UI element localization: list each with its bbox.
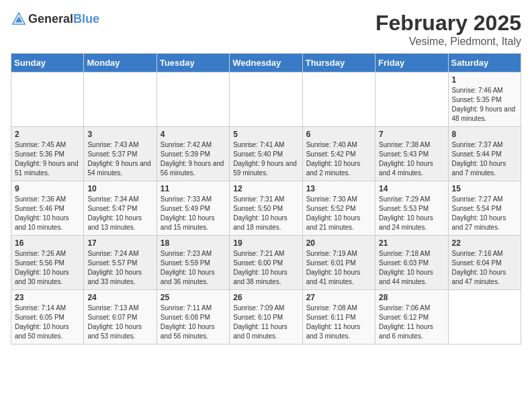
day-number: 6 (306, 130, 371, 139)
day-number: 26 (233, 293, 298, 302)
calendar-cell (375, 73, 448, 127)
header: GeneralBlue February 2025 Vesime, Piedmo… (11, 11, 521, 48)
day-number: 14 (379, 184, 444, 193)
calendar-cell (448, 290, 521, 345)
calendar-cell: 23Sunrise: 7:14 AM Sunset: 6:05 PM Dayli… (11, 290, 84, 345)
calendar-table: SundayMondayTuesdayWednesdayThursdayFrid… (11, 53, 521, 345)
day-info: Sunrise: 7:30 AM Sunset: 5:52 PM Dayligh… (306, 195, 371, 232)
calendar-cell (84, 73, 157, 127)
day-info: Sunrise: 7:16 AM Sunset: 6:04 PM Dayligh… (452, 249, 517, 287)
calendar-week-row: 2Sunrise: 7:45 AM Sunset: 5:36 PM Daylig… (11, 127, 521, 181)
column-header-thursday: Thursday (302, 54, 375, 73)
calendar-cell: 1Sunrise: 7:46 AM Sunset: 5:35 PM Daylig… (448, 73, 521, 127)
calendar-cell: 25Sunrise: 7:11 AM Sunset: 6:08 PM Dayli… (157, 290, 229, 345)
day-info: Sunrise: 7:21 AM Sunset: 6:00 PM Dayligh… (233, 249, 298, 287)
day-number: 5 (233, 130, 298, 139)
calendar-subtitle: Vesime, Piedmont, Italy (375, 36, 521, 48)
day-number: 13 (306, 184, 371, 193)
calendar-cell: 10Sunrise: 7:34 AM Sunset: 5:47 PM Dayli… (84, 181, 157, 236)
calendar-cell: 20Sunrise: 7:19 AM Sunset: 6:01 PM Dayli… (302, 236, 375, 290)
day-number: 2 (15, 130, 80, 139)
day-number: 11 (161, 184, 226, 193)
day-info: Sunrise: 7:09 AM Sunset: 6:10 PM Dayligh… (233, 304, 298, 341)
calendar-cell: 9Sunrise: 7:36 AM Sunset: 5:46 PM Daylig… (11, 181, 84, 236)
calendar-cell: 24Sunrise: 7:13 AM Sunset: 6:07 PM Dayli… (84, 290, 157, 345)
calendar-title: February 2025 (375, 11, 521, 36)
day-info: Sunrise: 7:40 AM Sunset: 5:42 PM Dayligh… (306, 140, 371, 178)
calendar-cell: 28Sunrise: 7:06 AM Sunset: 6:12 PM Dayli… (375, 290, 448, 345)
calendar-cell: 5Sunrise: 7:41 AM Sunset: 5:40 PM Daylig… (230, 127, 302, 181)
day-number: 15 (452, 184, 517, 193)
day-number: 8 (452, 130, 517, 139)
day-number: 17 (87, 238, 152, 248)
day-info: Sunrise: 7:14 AM Sunset: 6:05 PM Dayligh… (15, 304, 80, 341)
day-info: Sunrise: 7:31 AM Sunset: 5:50 PM Dayligh… (233, 195, 298, 232)
day-info: Sunrise: 7:24 AM Sunset: 5:57 PM Dayligh… (87, 249, 152, 287)
day-number: 1 (452, 75, 517, 85)
calendar-cell (11, 73, 84, 127)
day-number: 12 (233, 184, 298, 193)
calendar-header-row: SundayMondayTuesdayWednesdayThursdayFrid… (11, 54, 521, 73)
day-info: Sunrise: 7:23 AM Sunset: 5:59 PM Dayligh… (161, 249, 226, 287)
day-info: Sunrise: 7:33 AM Sunset: 5:49 PM Dayligh… (161, 195, 226, 232)
column-header-sunday: Sunday (11, 54, 84, 73)
calendar-cell: 13Sunrise: 7:30 AM Sunset: 5:52 PM Dayli… (302, 181, 375, 236)
day-number: 28 (379, 293, 444, 302)
logo-icon (11, 11, 27, 27)
calendar-cell: 16Sunrise: 7:26 AM Sunset: 5:56 PM Dayli… (11, 236, 84, 290)
calendar-cell (302, 73, 375, 127)
day-info: Sunrise: 7:36 AM Sunset: 5:46 PM Dayligh… (15, 195, 80, 232)
day-info: Sunrise: 7:29 AM Sunset: 5:53 PM Dayligh… (379, 195, 444, 232)
logo: GeneralBlue (11, 11, 99, 27)
calendar-cell: 8Sunrise: 7:37 AM Sunset: 5:44 PM Daylig… (448, 127, 521, 181)
calendar-week-row: 9Sunrise: 7:36 AM Sunset: 5:46 PM Daylig… (11, 181, 521, 236)
calendar-cell: 4Sunrise: 7:42 AM Sunset: 5:39 PM Daylig… (157, 127, 229, 181)
column-header-wednesday: Wednesday (230, 54, 302, 73)
day-number: 20 (306, 238, 371, 248)
day-info: Sunrise: 7:41 AM Sunset: 5:40 PM Dayligh… (233, 140, 298, 178)
day-number: 7 (379, 130, 444, 139)
day-number: 10 (87, 184, 152, 193)
calendar-cell (157, 73, 229, 127)
calendar-cell: 15Sunrise: 7:27 AM Sunset: 5:54 PM Dayli… (448, 181, 521, 236)
calendar-cell: 21Sunrise: 7:18 AM Sunset: 6:03 PM Dayli… (375, 236, 448, 290)
calendar-cell: 2Sunrise: 7:45 AM Sunset: 5:36 PM Daylig… (11, 127, 84, 181)
day-info: Sunrise: 7:46 AM Sunset: 5:35 PM Dayligh… (452, 86, 517, 124)
calendar-cell: 3Sunrise: 7:43 AM Sunset: 5:37 PM Daylig… (84, 127, 157, 181)
day-number: 25 (161, 293, 226, 302)
day-number: 19 (233, 238, 298, 248)
day-info: Sunrise: 7:08 AM Sunset: 6:11 PM Dayligh… (306, 304, 371, 341)
calendar-week-row: 16Sunrise: 7:26 AM Sunset: 5:56 PM Dayli… (11, 236, 521, 290)
day-info: Sunrise: 7:45 AM Sunset: 5:36 PM Dayligh… (15, 140, 80, 178)
calendar-cell: 27Sunrise: 7:08 AM Sunset: 6:11 PM Dayli… (302, 290, 375, 345)
calendar-cell: 18Sunrise: 7:23 AM Sunset: 5:59 PM Dayli… (157, 236, 229, 290)
day-info: Sunrise: 7:13 AM Sunset: 6:07 PM Dayligh… (87, 304, 152, 341)
day-info: Sunrise: 7:26 AM Sunset: 5:56 PM Dayligh… (15, 249, 80, 287)
calendar-cell: 6Sunrise: 7:40 AM Sunset: 5:42 PM Daylig… (302, 127, 375, 181)
day-info: Sunrise: 7:43 AM Sunset: 5:37 PM Dayligh… (87, 140, 152, 178)
calendar-cell: 14Sunrise: 7:29 AM Sunset: 5:53 PM Dayli… (375, 181, 448, 236)
logo-general-text: General (28, 12, 73, 26)
day-number: 4 (161, 130, 226, 139)
title-area: February 2025 Vesime, Piedmont, Italy (375, 11, 521, 48)
day-number: 21 (379, 238, 444, 248)
day-info: Sunrise: 7:19 AM Sunset: 6:01 PM Dayligh… (306, 249, 371, 287)
calendar-cell: 22Sunrise: 7:16 AM Sunset: 6:04 PM Dayli… (448, 236, 521, 290)
calendar-week-row: 1Sunrise: 7:46 AM Sunset: 5:35 PM Daylig… (11, 73, 521, 127)
calendar-cell: 26Sunrise: 7:09 AM Sunset: 6:10 PM Dayli… (230, 290, 302, 345)
calendar-week-row: 23Sunrise: 7:14 AM Sunset: 6:05 PM Dayli… (11, 290, 521, 345)
calendar-cell: 17Sunrise: 7:24 AM Sunset: 5:57 PM Dayli… (84, 236, 157, 290)
column-header-saturday: Saturday (448, 54, 521, 73)
day-info: Sunrise: 7:34 AM Sunset: 5:47 PM Dayligh… (87, 195, 152, 232)
day-info: Sunrise: 7:18 AM Sunset: 6:03 PM Dayligh… (379, 249, 444, 287)
day-info: Sunrise: 7:38 AM Sunset: 5:43 PM Dayligh… (379, 140, 444, 178)
day-number: 23 (15, 293, 80, 302)
day-info: Sunrise: 7:06 AM Sunset: 6:12 PM Dayligh… (379, 304, 444, 341)
day-number: 27 (306, 293, 371, 302)
day-number: 9 (15, 184, 80, 193)
calendar-cell: 12Sunrise: 7:31 AM Sunset: 5:50 PM Dayli… (230, 181, 302, 236)
day-number: 16 (15, 238, 80, 248)
day-info: Sunrise: 7:11 AM Sunset: 6:08 PM Dayligh… (161, 304, 226, 341)
day-number: 18 (161, 238, 226, 248)
column-header-friday: Friday (375, 54, 448, 73)
